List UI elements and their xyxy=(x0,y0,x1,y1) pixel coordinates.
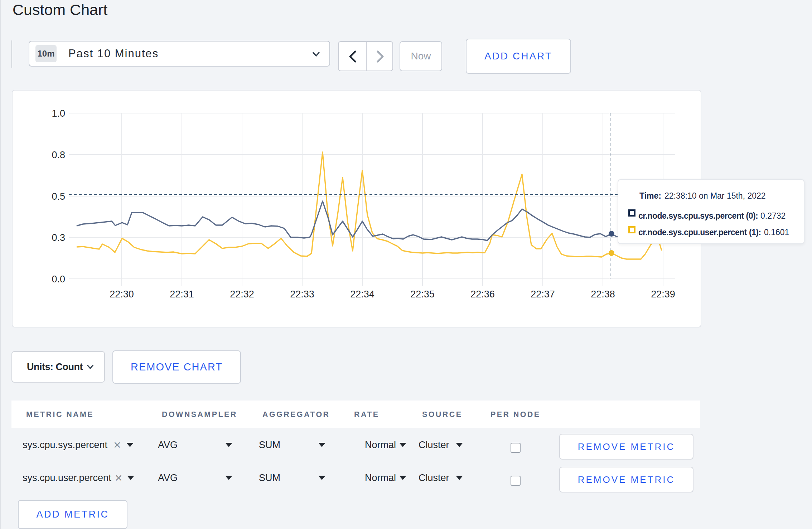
svg-text:0.5: 0.5 xyxy=(52,191,65,202)
svg-text:22:32: 22:32 xyxy=(230,289,254,300)
svg-text:1.0: 1.0 xyxy=(52,108,65,119)
svg-text:22:37: 22:37 xyxy=(531,289,555,300)
svg-text:22:33: 22:33 xyxy=(290,289,314,300)
svg-text:22:38: 22:38 xyxy=(591,289,615,300)
svg-text:22:35: 22:35 xyxy=(410,289,435,300)
svg-text:22:36: 22:36 xyxy=(470,289,495,300)
svg-text:22:39: 22:39 xyxy=(651,289,675,300)
svg-text:0.8: 0.8 xyxy=(52,150,65,160)
svg-text:0.3: 0.3 xyxy=(52,232,65,243)
svg-text:0.0: 0.0 xyxy=(52,274,65,285)
svg-text:22:30: 22:30 xyxy=(110,289,134,300)
svg-text:22:31: 22:31 xyxy=(170,289,194,300)
svg-text:22:34: 22:34 xyxy=(350,289,374,300)
